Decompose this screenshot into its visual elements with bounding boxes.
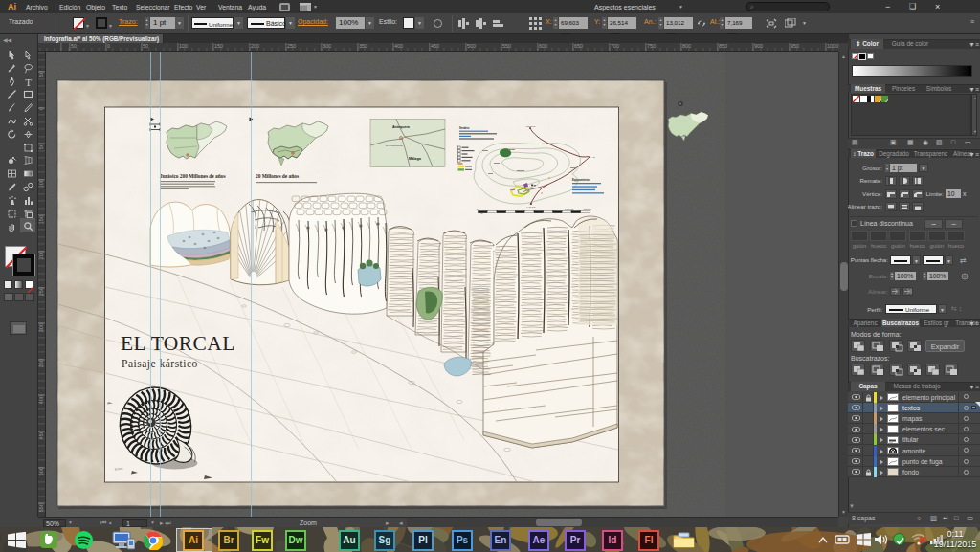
svg-text:1.75 Km: 1.75 Km [565, 208, 573, 210]
svg-text:T: T [25, 77, 32, 87]
svg-text:A-45: A-45 [590, 156, 595, 158]
svg-text:EL TORCAL: EL TORCAL [121, 332, 235, 355]
svg-text:Villanueva: Villanueva [386, 143, 396, 144]
svg-text:Antequera: Antequera [525, 125, 536, 127]
svg-text:Sendero: Sendero [459, 126, 470, 130]
svg-text:V. de la C.: V. de la C. [526, 206, 536, 208]
svg-text:20 Millones de años: 20 Millones de años [256, 173, 299, 179]
svg-text:Málaga: Málaga [409, 157, 422, 161]
svg-text:Antequera: Antequera [392, 125, 411, 129]
svg-text:de la Concepción: de la Concepción [386, 144, 403, 146]
svg-text:Jurásico 200 Millones de años: Jurásico 200 Millones de años [160, 173, 226, 179]
svg-text:3.5 Km: 3.5 Km [584, 208, 591, 210]
svg-text:Equipamientos: Equipamientos [572, 178, 590, 182]
